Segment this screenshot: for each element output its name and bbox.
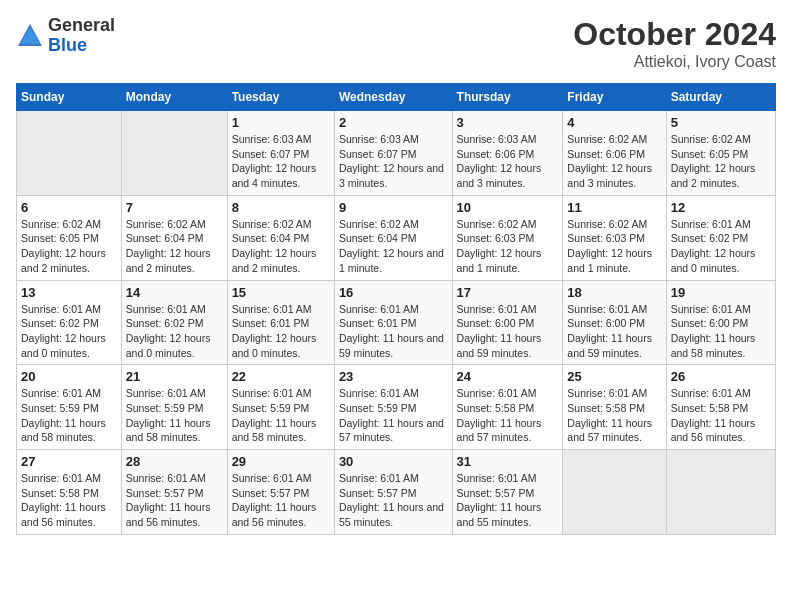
calendar-day-cell: 4Sunrise: 6:02 AMSunset: 6:06 PMDaylight… (563, 111, 666, 196)
calendar-week-row: 13Sunrise: 6:01 AMSunset: 6:02 PMDayligh… (17, 280, 776, 365)
day-info: Sunrise: 6:01 AMSunset: 5:58 PMDaylight:… (567, 386, 661, 445)
day-number: 30 (339, 454, 448, 469)
calendar-day-cell: 12Sunrise: 6:01 AMSunset: 6:02 PMDayligh… (666, 195, 775, 280)
day-number: 13 (21, 285, 117, 300)
day-info: Sunrise: 6:02 AMSunset: 6:03 PMDaylight:… (457, 217, 559, 276)
day-number: 16 (339, 285, 448, 300)
weekday-header: Monday (121, 84, 227, 111)
day-number: 10 (457, 200, 559, 215)
day-info: Sunrise: 6:01 AMSunset: 6:00 PMDaylight:… (671, 302, 771, 361)
day-number: 6 (21, 200, 117, 215)
day-info: Sunrise: 6:03 AMSunset: 6:06 PMDaylight:… (457, 132, 559, 191)
logo-general-text: General (48, 15, 115, 35)
day-info: Sunrise: 6:01 AMSunset: 6:00 PMDaylight:… (567, 302, 661, 361)
calendar-day-cell: 25Sunrise: 6:01 AMSunset: 5:58 PMDayligh… (563, 365, 666, 450)
calendar-day-cell (666, 450, 775, 535)
day-number: 3 (457, 115, 559, 130)
calendar-day-cell: 18Sunrise: 6:01 AMSunset: 6:00 PMDayligh… (563, 280, 666, 365)
calendar-day-cell: 20Sunrise: 6:01 AMSunset: 5:59 PMDayligh… (17, 365, 122, 450)
day-info: Sunrise: 6:01 AMSunset: 5:58 PMDaylight:… (671, 386, 771, 445)
day-info: Sunrise: 6:02 AMSunset: 6:03 PMDaylight:… (567, 217, 661, 276)
svg-marker-1 (20, 28, 40, 44)
calendar-day-cell: 23Sunrise: 6:01 AMSunset: 5:59 PMDayligh… (334, 365, 452, 450)
day-info: Sunrise: 6:01 AMSunset: 5:59 PMDaylight:… (21, 386, 117, 445)
calendar-day-cell (563, 450, 666, 535)
day-number: 1 (232, 115, 330, 130)
calendar-day-cell: 13Sunrise: 6:01 AMSunset: 6:02 PMDayligh… (17, 280, 122, 365)
day-info: Sunrise: 6:01 AMSunset: 6:02 PMDaylight:… (671, 217, 771, 276)
day-info: Sunrise: 6:01 AMSunset: 5:57 PMDaylight:… (457, 471, 559, 530)
day-info: Sunrise: 6:01 AMSunset: 5:57 PMDaylight:… (126, 471, 223, 530)
day-number: 7 (126, 200, 223, 215)
calendar-day-cell: 2Sunrise: 6:03 AMSunset: 6:07 PMDaylight… (334, 111, 452, 196)
title-block: October 2024 Attiekoi, Ivory Coast (573, 16, 776, 71)
calendar-week-row: 20Sunrise: 6:01 AMSunset: 5:59 PMDayligh… (17, 365, 776, 450)
day-number: 5 (671, 115, 771, 130)
calendar-day-cell: 24Sunrise: 6:01 AMSunset: 5:58 PMDayligh… (452, 365, 563, 450)
day-info: Sunrise: 6:02 AMSunset: 6:04 PMDaylight:… (232, 217, 330, 276)
day-number: 31 (457, 454, 559, 469)
calendar-week-row: 1Sunrise: 6:03 AMSunset: 6:07 PMDaylight… (17, 111, 776, 196)
weekday-header: Sunday (17, 84, 122, 111)
weekday-header-row: SundayMondayTuesdayWednesdayThursdayFrid… (17, 84, 776, 111)
weekday-header: Tuesday (227, 84, 334, 111)
day-info: Sunrise: 6:01 AMSunset: 6:02 PMDaylight:… (21, 302, 117, 361)
calendar-day-cell: 9Sunrise: 6:02 AMSunset: 6:04 PMDaylight… (334, 195, 452, 280)
calendar-day-cell: 28Sunrise: 6:01 AMSunset: 5:57 PMDayligh… (121, 450, 227, 535)
calendar-day-cell: 27Sunrise: 6:01 AMSunset: 5:58 PMDayligh… (17, 450, 122, 535)
page-header: General Blue October 2024 Attiekoi, Ivor… (16, 16, 776, 71)
calendar-day-cell: 8Sunrise: 6:02 AMSunset: 6:04 PMDaylight… (227, 195, 334, 280)
day-number: 8 (232, 200, 330, 215)
day-info: Sunrise: 6:01 AMSunset: 6:01 PMDaylight:… (339, 302, 448, 361)
day-number: 17 (457, 285, 559, 300)
day-number: 11 (567, 200, 661, 215)
day-number: 18 (567, 285, 661, 300)
calendar-table: SundayMondayTuesdayWednesdayThursdayFrid… (16, 83, 776, 535)
day-info: Sunrise: 6:03 AMSunset: 6:07 PMDaylight:… (339, 132, 448, 191)
logo-icon (16, 22, 44, 50)
calendar-day-cell: 3Sunrise: 6:03 AMSunset: 6:06 PMDaylight… (452, 111, 563, 196)
day-info: Sunrise: 6:01 AMSunset: 6:00 PMDaylight:… (457, 302, 559, 361)
day-info: Sunrise: 6:02 AMSunset: 6:05 PMDaylight:… (21, 217, 117, 276)
calendar-day-cell: 26Sunrise: 6:01 AMSunset: 5:58 PMDayligh… (666, 365, 775, 450)
day-info: Sunrise: 6:01 AMSunset: 5:57 PMDaylight:… (339, 471, 448, 530)
day-number: 12 (671, 200, 771, 215)
day-info: Sunrise: 6:01 AMSunset: 5:58 PMDaylight:… (457, 386, 559, 445)
day-number: 21 (126, 369, 223, 384)
day-number: 4 (567, 115, 661, 130)
weekday-header: Saturday (666, 84, 775, 111)
day-info: Sunrise: 6:01 AMSunset: 6:02 PMDaylight:… (126, 302, 223, 361)
day-number: 23 (339, 369, 448, 384)
day-number: 27 (21, 454, 117, 469)
day-info: Sunrise: 6:03 AMSunset: 6:07 PMDaylight:… (232, 132, 330, 191)
weekday-header: Wednesday (334, 84, 452, 111)
day-number: 29 (232, 454, 330, 469)
calendar-day-cell: 30Sunrise: 6:01 AMSunset: 5:57 PMDayligh… (334, 450, 452, 535)
day-number: 19 (671, 285, 771, 300)
calendar-day-cell: 11Sunrise: 6:02 AMSunset: 6:03 PMDayligh… (563, 195, 666, 280)
day-info: Sunrise: 6:02 AMSunset: 6:04 PMDaylight:… (339, 217, 448, 276)
day-number: 28 (126, 454, 223, 469)
calendar-day-cell: 17Sunrise: 6:01 AMSunset: 6:00 PMDayligh… (452, 280, 563, 365)
day-info: Sunrise: 6:02 AMSunset: 6:06 PMDaylight:… (567, 132, 661, 191)
day-number: 25 (567, 369, 661, 384)
day-info: Sunrise: 6:02 AMSunset: 6:05 PMDaylight:… (671, 132, 771, 191)
day-number: 14 (126, 285, 223, 300)
page-subtitle: Attiekoi, Ivory Coast (573, 53, 776, 71)
calendar-day-cell: 7Sunrise: 6:02 AMSunset: 6:04 PMDaylight… (121, 195, 227, 280)
day-number: 20 (21, 369, 117, 384)
calendar-day-cell: 1Sunrise: 6:03 AMSunset: 6:07 PMDaylight… (227, 111, 334, 196)
day-number: 22 (232, 369, 330, 384)
day-number: 26 (671, 369, 771, 384)
day-info: Sunrise: 6:01 AMSunset: 5:59 PMDaylight:… (126, 386, 223, 445)
day-number: 9 (339, 200, 448, 215)
calendar-day-cell: 21Sunrise: 6:01 AMSunset: 5:59 PMDayligh… (121, 365, 227, 450)
day-info: Sunrise: 6:01 AMSunset: 6:01 PMDaylight:… (232, 302, 330, 361)
calendar-day-cell: 15Sunrise: 6:01 AMSunset: 6:01 PMDayligh… (227, 280, 334, 365)
page-title: October 2024 (573, 16, 776, 53)
calendar-day-cell: 10Sunrise: 6:02 AMSunset: 6:03 PMDayligh… (452, 195, 563, 280)
calendar-day-cell (121, 111, 227, 196)
logo: General Blue (16, 16, 115, 56)
weekday-header: Friday (563, 84, 666, 111)
day-info: Sunrise: 6:01 AMSunset: 5:59 PMDaylight:… (232, 386, 330, 445)
